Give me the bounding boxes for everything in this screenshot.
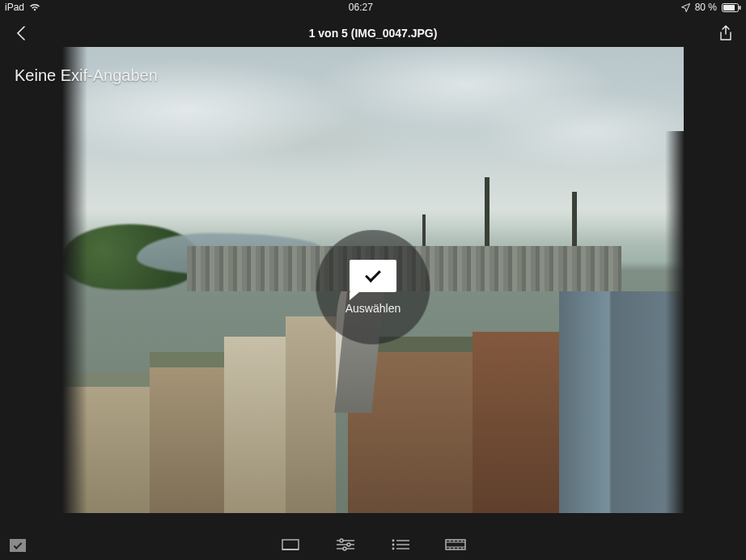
svg-rect-2 <box>739 6 740 10</box>
svg-rect-4 <box>282 549 299 550</box>
list-tool-button[interactable] <box>390 537 411 552</box>
share-button[interactable] <box>717 24 735 42</box>
page-title: 1 von 5 (IMG_0047.JPG) <box>29 27 717 40</box>
filmstrip-tool-button[interactable] <box>445 537 466 552</box>
device-name: iPad <box>5 2 24 13</box>
svg-point-11 <box>392 540 395 542</box>
header: 1 von 5 (IMG_0047.JPG) <box>0 19 746 47</box>
svg-point-15 <box>392 548 395 550</box>
wifi-icon <box>29 3 40 11</box>
flag-icon <box>350 260 396 292</box>
bottom-toolbar <box>0 529 746 560</box>
svg-point-6 <box>340 539 343 542</box>
svg-rect-3 <box>282 540 299 549</box>
select-label: Auswählen <box>345 302 401 315</box>
status-right: 80 % <box>681 2 741 13</box>
status-bar: iPad 06:27 80 % <box>0 0 746 15</box>
exif-info-label: Keine Exif-Angaben <box>15 66 158 85</box>
select-overlay[interactable]: Auswählen <box>316 230 430 345</box>
status-left: iPad <box>5 2 40 13</box>
adjust-tool-button[interactable] <box>335 537 356 552</box>
svg-point-13 <box>392 544 395 546</box>
location-icon <box>681 3 690 12</box>
svg-point-8 <box>347 543 350 546</box>
status-time: 06:27 <box>349 2 373 13</box>
back-button[interactable] <box>11 24 29 42</box>
battery-percent: 80 % <box>695 2 717 13</box>
battery-icon <box>722 3 741 12</box>
svg-rect-1 <box>723 5 735 11</box>
svg-point-10 <box>343 547 346 550</box>
flag-toggle-button[interactable] <box>10 539 26 552</box>
crop-tool-button[interactable] <box>280 537 301 552</box>
